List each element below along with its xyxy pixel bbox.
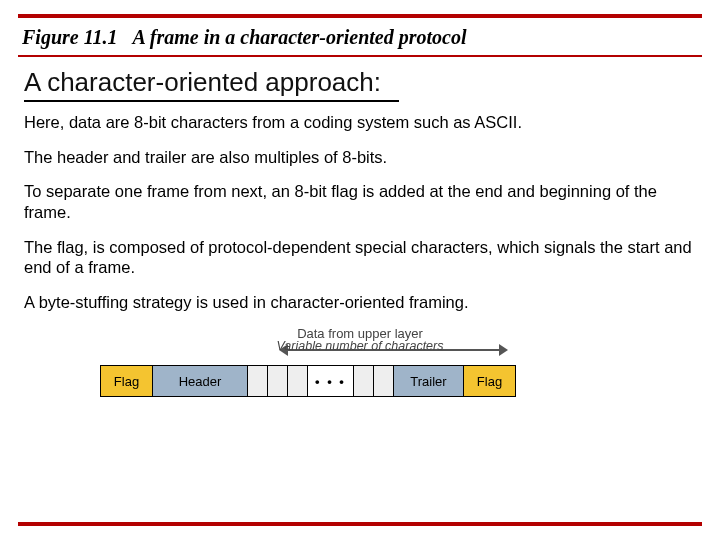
figure-caption: A frame in a character-oriented protocol [133, 26, 467, 48]
diagram-span-arrow: Variable number of characters [100, 343, 620, 357]
bottom-rule [18, 522, 702, 526]
diagram-span-label: Variable number of characters [100, 339, 620, 353]
arrow-right-icon [499, 344, 508, 356]
subtitle-underline [24, 100, 399, 102]
cell-data-1 [248, 365, 268, 397]
cell-header: Header [153, 365, 248, 397]
cell-flag-start: Flag [101, 365, 153, 397]
figure-heading: Figure 11.1 A frame in a character-orien… [22, 26, 698, 49]
frame-diagram: Data from upper layer Variable number of… [100, 326, 620, 397]
diagram-upper-label: Data from upper layer [100, 326, 620, 341]
frame-structure: Flag Header • • • Trailer Flag [100, 365, 620, 397]
cell-flag-end: Flag [464, 365, 516, 397]
cell-trailer: Trailer [394, 365, 464, 397]
top-rule-thick [18, 14, 702, 18]
cell-data-2 [268, 365, 288, 397]
paragraph-4: The flag, is composed of protocol-depend… [24, 237, 696, 278]
section-subtitle: A character-oriented approach: [24, 67, 696, 98]
top-rule-thin [18, 55, 702, 57]
cell-data-5 [374, 365, 394, 397]
paragraph-2: The header and trailer are also multiple… [24, 147, 696, 168]
paragraph-1: Here, data are 8-bit characters from a c… [24, 112, 696, 133]
cell-data-3 [288, 365, 308, 397]
figure-number: Figure 11.1 [22, 26, 118, 48]
cell-data-4 [354, 365, 374, 397]
cell-ellipsis: • • • [308, 365, 354, 397]
paragraph-3: To separate one frame from next, an 8-bi… [24, 181, 696, 222]
paragraph-5: A byte-stuffing strategy is used in char… [24, 292, 696, 313]
arrow-line [287, 349, 500, 351]
